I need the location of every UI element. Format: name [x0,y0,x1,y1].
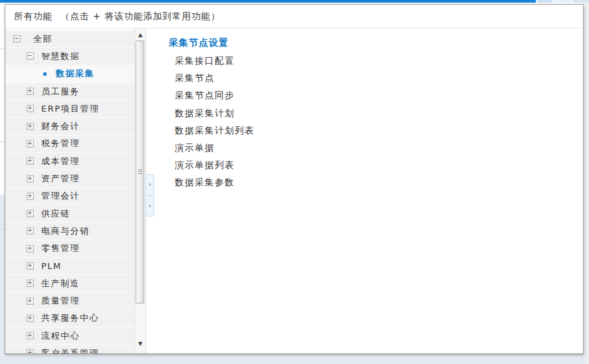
tree-item-label: 流程中心 [41,330,80,342]
tree-item-label: 资产管理 [41,173,80,185]
tree-item[interactable]: + 资产管理 [5,170,134,187]
scroll-up-icon[interactable]: ▲ [135,30,146,41]
expand-toggle-icon[interactable]: + [27,175,34,183]
tree-item-label: 数据采集 [56,68,94,80]
tree-item[interactable]: + 供应链 [5,205,134,223]
dialog-body: − 全部 − 智慧数据 数据采集 + 员工服务 + ERP项目管理 + 财务会计… [5,29,583,353]
scroll-thumb[interactable] [136,41,144,304]
feature-link[interactable]: 演示单据列表 [169,156,570,173]
feature-link[interactable]: 采集接口配置 [169,52,570,69]
scroll-down-icon[interactable]: ▼ [135,339,146,349]
expand-toggle-icon[interactable]: + [27,140,34,147]
tree-item[interactable]: + 管理会计 [5,188,134,205]
tree-item-label: 共享服务中心 [41,312,99,324]
tree-item[interactable]: + 共享服务中心 [5,310,134,327]
tree-item[interactable]: 数据采集 [5,66,134,83]
background-topbar [0,0,536,3]
tree-item[interactable]: + ERP项目管理 [5,100,134,118]
feature-link[interactable]: 采集节点 [169,69,570,86]
expand-toggle-icon[interactable]: + [27,349,34,353]
feature-list: 采集接口配置采集节点采集节点同步数据采集计划数据采集计划列表演示单据演示单据列表… [169,52,570,191]
background-tab [554,0,571,3]
chevron-right-icon[interactable]: › [146,175,154,195]
expand-toggle-icon[interactable]: + [27,227,34,234]
tree-item[interactable]: + 生产制造 [5,275,134,292]
dialog-header: 所有功能（点击 + 将该功能添加到常用功能） [5,5,583,29]
tree-item[interactable]: + 质量管理 [5,292,134,310]
feature-link[interactable]: 采集节点同步 [169,86,570,104]
tree-item-label: 员工服务 [41,86,80,98]
feature-tree: − 全部 − 智慧数据 数据采集 + 员工服务 + ERP项目管理 + 财务会计… [5,29,134,353]
tree-item[interactable]: + 税务管理 [5,136,134,153]
background-page-strip [0,354,589,364]
tree-item-label: 管理会计 [41,190,80,202]
expand-toggle-icon[interactable]: + [27,157,34,165]
tree-item[interactable]: + 零售管理 [5,240,134,258]
dialog-hint: （点击 + 将该功能添加到常用功能） [60,11,220,21]
expand-toggle-icon[interactable]: − [27,52,34,60]
tree-scrollbar[interactable]: ▲ ▼ [134,29,146,353]
tree-item[interactable]: + 电商与分销 [5,223,134,240]
tree-item[interactable]: + 员工服务 [5,83,134,100]
tree-item-label: 质量管理 [41,295,80,307]
tree-item-label: 财务会计 [41,120,80,132]
tree-item[interactable]: + 客户关系管理 [5,345,134,353]
tree-item-label: 供应链 [41,208,70,220]
expand-toggle-icon[interactable]: + [27,298,34,305]
feature-link[interactable]: 数据采集计划列表 [169,122,570,139]
scroll-thumb-grip-icon [138,169,142,175]
tree-item-label: ERP项目管理 [41,103,100,115]
tree-item[interactable]: + 财务会计 [5,118,134,135]
all-features-dialog: 所有功能（点击 + 将该功能添加到常用功能） − 全部 − 智慧数据 数据采集 … [5,4,584,354]
background-page-strip [0,195,5,364]
expand-toggle-icon[interactable]: + [27,262,34,270]
tree-item-label: 智慧数据 [41,50,80,62]
tree-item-label: 客户关系管理 [41,347,99,353]
background-divider [0,48,5,49]
expand-toggle-icon[interactable]: + [27,193,34,200]
feature-link[interactable]: 数据采集计划 [169,104,570,122]
expand-toggle-icon[interactable]: + [27,332,34,339]
background-divider [0,229,5,230]
tree-item-label: 成本管理 [41,155,80,167]
expand-toggle-icon[interactable]: + [27,315,34,322]
tree-item[interactable]: + 流程中心 [5,327,134,345]
tree-item[interactable]: + 成本管理 [5,153,134,170]
feature-group-title[interactable]: 采集节点设置 [169,37,570,49]
background-tab [536,0,552,3]
feature-link[interactable]: 数据采集参数 [169,173,570,191]
panel-collapse-control[interactable]: › ‹ [146,174,154,217]
feature-link[interactable]: 演示单据 [169,139,570,156]
expand-toggle-icon[interactable]: + [27,88,34,95]
dialog-title: 所有功能 [14,11,53,21]
tree-item-label: 税务管理 [41,137,80,149]
tree-item-label: 电商与分销 [41,225,90,237]
chevron-left-icon[interactable]: ‹ [146,196,154,217]
tree-item-label: 零售管理 [41,242,80,254]
expand-toggle-icon[interactable]: + [27,280,34,287]
expand-toggle-icon[interactable]: − [13,35,21,43]
leaf-bullet-icon [43,72,47,76]
expand-toggle-icon[interactable]: + [27,123,34,130]
tree-item[interactable]: + PLM [5,258,134,275]
expand-toggle-icon[interactable]: + [27,105,34,112]
background-page-strip [584,3,589,364]
tree-item[interactable]: − 全部 [5,31,134,48]
feature-tree-panel: − 全部 − 智慧数据 数据采集 + 员工服务 + ERP项目管理 + 财务会计… [5,29,146,353]
background-divider [0,141,5,142]
feature-list-panel: 采集节点设置 采集接口配置采集节点采集节点同步数据采集计划数据采集计划列表演示单… [146,29,583,353]
expand-toggle-icon[interactable]: + [27,245,34,252]
tree-item-label: PLM [41,261,62,271]
tree-item-label: 生产制造 [41,278,80,290]
tree-item[interactable]: − 智慧数据 [5,48,134,65]
tree-item-label: 全部 [33,33,53,45]
expand-toggle-icon[interactable]: + [27,210,34,217]
